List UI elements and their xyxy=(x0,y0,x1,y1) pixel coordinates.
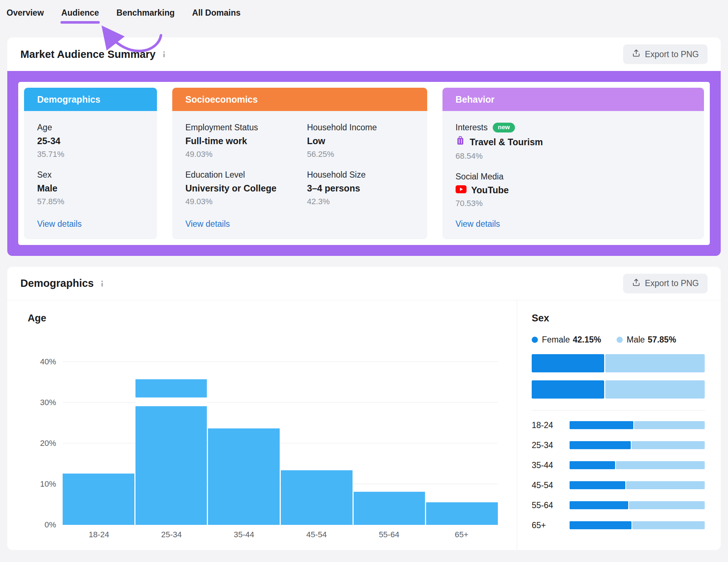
male-segment xyxy=(626,481,705,489)
age-bar-18-24[interactable] xyxy=(63,474,134,525)
sex-overall-bar[interactable] xyxy=(532,354,705,372)
summary-purple-frame: Demographics Age 25-34 35.71% Sex Male 5… xyxy=(7,71,721,256)
sex-divider xyxy=(532,410,705,411)
export-png-button[interactable]: Export to PNG xyxy=(623,44,708,64)
sex-row-65+: 65+ xyxy=(532,521,705,530)
female-segment xyxy=(570,441,631,449)
sex-row-bar[interactable] xyxy=(570,461,705,469)
y-axis-label: 10% xyxy=(40,479,56,489)
demographics-subcard-header: Demographics xyxy=(24,88,157,111)
tab-label: All Domains xyxy=(192,8,241,17)
info-icon[interactable] xyxy=(99,280,106,287)
stat-value: Male xyxy=(37,183,144,194)
y-axis-label: 30% xyxy=(40,398,56,407)
tab-all-domains[interactable]: All Domains xyxy=(192,8,241,18)
stat-age: Age 25-34 35.71% xyxy=(37,123,144,159)
x-axis-label: 35-44 xyxy=(208,530,280,539)
stat-value: 3–4 persons xyxy=(307,183,414,194)
age-chart-xlabels: 18-2425-3435-4445-5455-6465+ xyxy=(63,530,498,539)
legend-value: 57.85% xyxy=(648,335,676,345)
export-label: Export to PNG xyxy=(645,278,699,288)
sex-row-bar[interactable] xyxy=(570,521,705,529)
female-segment xyxy=(532,354,604,372)
bar-column xyxy=(135,336,207,525)
age-chart-title: Age xyxy=(28,313,502,324)
socioeconomics-grid: Employment Status Full-time work 49.03% … xyxy=(185,123,414,217)
stat-interests: Interests new Travel & Tourism 68.54% xyxy=(456,123,691,161)
export-icon xyxy=(632,278,641,289)
y-axis-label: 20% xyxy=(40,439,56,448)
tab-label: Overview xyxy=(7,8,44,17)
sex-row-label: 35-44 xyxy=(532,460,570,470)
social-value: YouTube xyxy=(471,185,509,195)
male-segment xyxy=(634,421,705,429)
export-icon xyxy=(632,49,641,60)
age-chart-bars xyxy=(63,336,498,525)
new-badge: new xyxy=(493,123,515,132)
stat-employment-status: Employment Status Full-time work 49.03% xyxy=(185,123,292,159)
stat-label: Household Size xyxy=(307,170,414,180)
stat-percent: 57.85% xyxy=(37,197,144,206)
x-axis-label: 18-24 xyxy=(63,530,135,539)
bar-column xyxy=(63,336,134,525)
subcard-title: Behavior xyxy=(456,94,495,105)
stat-label: Age xyxy=(37,123,144,132)
sex-title: Sex xyxy=(532,313,705,324)
sex-row-bar[interactable] xyxy=(570,481,705,489)
behavior-subcard: Behavior Interests new Travel & Tourism xyxy=(442,88,704,239)
stat-value: YouTube xyxy=(456,185,691,195)
y-axis-label: 40% xyxy=(40,357,56,367)
tab-audience[interactable]: Audience xyxy=(61,8,99,18)
stat-value: 25-34 xyxy=(37,136,144,146)
sex-row-label: 18-24 xyxy=(532,420,570,430)
stat-sex: Sex Male 57.85% xyxy=(37,170,144,206)
age-bar-55-64[interactable] xyxy=(354,492,425,525)
age-bar-45-54[interactable] xyxy=(281,470,353,525)
sex-row-18-24: 18-24 xyxy=(532,421,705,430)
demographics-panel-body: Age 0%10%20%30%40% 18-2425-3435-4445-545… xyxy=(7,300,721,550)
sex-row-bar[interactable] xyxy=(570,441,705,449)
sex-row-label: 25-34 xyxy=(532,440,570,450)
age-bar-25-34[interactable] xyxy=(135,379,207,525)
female-segment xyxy=(570,421,633,429)
age-bar-35-44[interactable] xyxy=(208,428,280,525)
sex-row-bar[interactable] xyxy=(570,501,705,509)
male-segment xyxy=(629,501,705,509)
tab-overview[interactable]: Overview xyxy=(7,8,44,18)
socioeconomics-subcard-header: Socioeconomics xyxy=(172,88,427,111)
age-chart-ylabels: 0%10%20%30%40% xyxy=(28,336,56,525)
tab-benchmarking[interactable]: Benchmarking xyxy=(117,8,175,18)
stat-household-income: Household Income Low 56.25% xyxy=(307,123,414,159)
market-audience-summary-card: Market Audience Summary Export to PNG De… xyxy=(7,37,721,256)
luggage-icon xyxy=(456,136,465,148)
sex-overall-bars xyxy=(532,354,705,399)
x-axis-label: 65+ xyxy=(425,530,498,539)
info-icon[interactable] xyxy=(161,51,168,58)
sex-row-bar[interactable] xyxy=(570,421,705,429)
view-details-link[interactable]: View details xyxy=(185,219,414,229)
male-segment xyxy=(605,380,705,399)
legend-male[interactable]: Male57.85% xyxy=(617,335,676,345)
female-segment xyxy=(570,461,615,469)
summary-title: Market Audience Summary xyxy=(20,48,156,60)
sex-overall-bar[interactable] xyxy=(532,380,705,399)
x-axis-label: 55-64 xyxy=(353,530,425,539)
y-axis-label: 0% xyxy=(44,520,56,530)
legend-name: Female xyxy=(542,335,570,345)
export-png-button[interactable]: Export to PNG xyxy=(623,274,708,293)
male-segment xyxy=(616,461,705,469)
view-details-link[interactable]: View details xyxy=(456,219,691,229)
summary-cards-row: Demographics Age 25-34 35.71% Sex Male 5… xyxy=(18,82,710,245)
view-details-link[interactable]: View details xyxy=(37,219,144,229)
male-segment xyxy=(631,441,705,449)
legend-female[interactable]: Female42.15% xyxy=(532,335,601,345)
bar-column xyxy=(281,336,353,525)
sex-row-label: 45-54 xyxy=(532,480,570,490)
stat-percent: 49.03% xyxy=(185,150,292,159)
age-bar-65+[interactable] xyxy=(426,502,498,525)
stat-value: Travel & Tourism xyxy=(456,136,691,148)
stat-percent: 49.03% xyxy=(185,197,292,206)
stat-social-media: Social Media YouTube 70.53% xyxy=(456,172,691,208)
legend-dot xyxy=(532,337,538,343)
behavior-subcard-body: Interests new Travel & Tourism 68.54% So xyxy=(442,111,704,239)
